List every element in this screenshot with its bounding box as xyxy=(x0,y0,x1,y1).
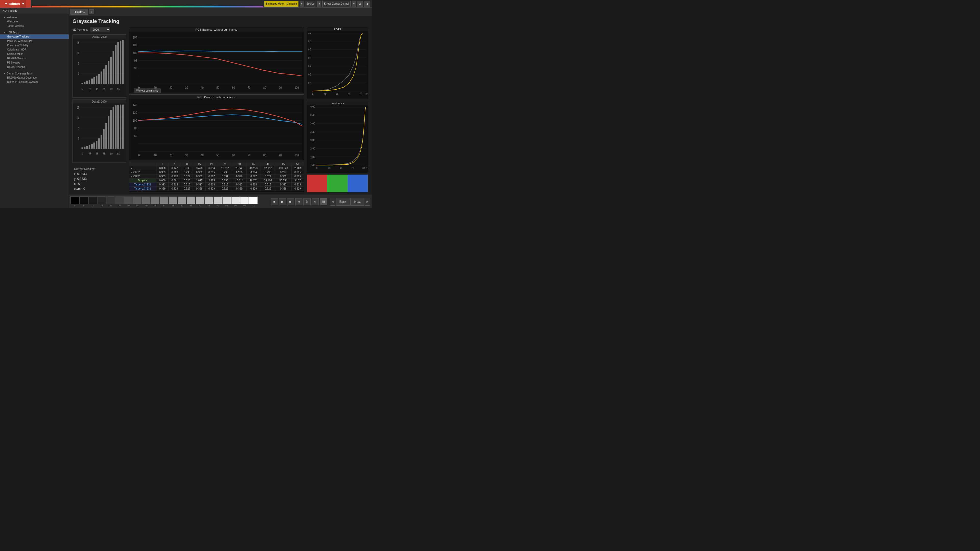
sidebar-item-bt2020-sweeps[interactable]: BT.2020 Sweeps xyxy=(0,56,68,60)
gs-box xyxy=(80,197,88,204)
sidebar-item-p3-sweeps[interactable]: P3 Sweeps xyxy=(0,60,68,65)
next-arrow[interactable]: ▶ xyxy=(365,198,370,206)
back-button[interactable]: Back xyxy=(336,198,350,206)
svg-text:100: 100 xyxy=(365,93,368,96)
gs-label: 30 xyxy=(127,204,130,207)
table-cell: 0.333 xyxy=(156,170,169,175)
logo-dropdown[interactable]: ▼ xyxy=(21,0,26,8)
grayscale-swatch[interactable]: 30 xyxy=(124,197,133,207)
simulated-label: Simulated xyxy=(286,3,297,5)
grayscale-swatch[interactable]: 5 xyxy=(80,197,88,207)
simulated-meter-group[interactable]: Simulated Meter Simulated xyxy=(264,1,299,7)
stop-button[interactable]: ■ xyxy=(271,198,278,205)
gs-label: 20 xyxy=(109,204,112,207)
grayscale-swatch[interactable]: 50 xyxy=(160,197,169,207)
svg-text:96: 96 xyxy=(134,67,137,70)
left-column: dE Formula: 2000 ITP 76 DeltaE: 2000 xyxy=(73,27,126,192)
record-button[interactable]: ○ xyxy=(312,198,319,205)
table-cell: 0.313 xyxy=(169,183,181,187)
grayscale-swatch[interactable]: 70 xyxy=(196,197,204,207)
sidebar-group-gamut[interactable]: Gamut Coverage Tests xyxy=(0,71,68,76)
data-table-container: 0 5 10 15 20 25 30 35 40 45 xyxy=(129,162,304,192)
sidebar-group-hdr-tests[interactable]: HDR Tests xyxy=(0,30,68,35)
de-formula-select[interactable]: 2000 ITP 76 xyxy=(90,27,110,32)
svg-rect-15 xyxy=(96,76,97,84)
table-cell: 0.328 xyxy=(181,179,193,183)
top-bar-gradient xyxy=(32,6,263,7)
grayscale-swatch[interactable]: 0 xyxy=(70,197,79,207)
svg-rect-52 xyxy=(105,123,107,149)
table-cell: 0.352 xyxy=(193,175,205,179)
grayscale-swatch[interactable]: 90 xyxy=(231,197,240,207)
grayscale-swatch[interactable]: 45 xyxy=(151,197,159,207)
table-cell: 0.313 xyxy=(275,183,291,187)
grayscale-swatch[interactable]: 55 xyxy=(169,197,177,207)
svg-text:40: 40 xyxy=(201,153,204,157)
without-luminance-button[interactable]: Without Luminance xyxy=(134,89,161,93)
table-cell: 0.290 xyxy=(181,170,193,175)
sidebar-item-peak-lum[interactable]: Peak Lum Stability xyxy=(0,43,68,48)
next-button[interactable]: Next xyxy=(350,198,364,206)
svg-rect-24 xyxy=(118,42,119,84)
collapse-icon[interactable]: ◀ xyxy=(364,1,370,7)
grayscale-swatch[interactable]: 95 xyxy=(240,197,249,207)
svg-text:15: 15 xyxy=(77,41,80,44)
direct-display-group[interactable]: Direct Display Control xyxy=(322,1,351,7)
table-cell: 0.329 xyxy=(218,187,232,191)
sidebar-group-welcome[interactable]: Welcome xyxy=(0,15,68,19)
swatch-blue xyxy=(348,175,368,192)
sidebar-item-bt709-sweeps[interactable]: BT.709 Sweeps xyxy=(0,65,68,69)
gs-box xyxy=(240,197,249,204)
svg-text:120: 120 xyxy=(133,111,137,114)
table-cell: 0.297 xyxy=(275,170,291,175)
table-col-35: 35 xyxy=(247,162,261,166)
grayscale-swatch[interactable]: 80 xyxy=(213,197,222,207)
sidebar-item-welcome[interactable]: Welcome xyxy=(0,19,68,24)
skip-button[interactable]: ⏭ xyxy=(287,198,294,205)
grayscale-swatch[interactable]: 85 xyxy=(222,197,231,207)
sidebar-item-uhda-p3-gamut[interactable]: UHDA-P3 Gamut Coverage xyxy=(0,80,68,84)
sidebar-item-target-options[interactable]: Target Options xyxy=(0,24,68,28)
loop-button[interactable]: ∞ xyxy=(295,198,302,205)
simulated-meter-label: Simulated Meter xyxy=(266,2,285,5)
grayscale-swatch[interactable]: 40 xyxy=(142,197,151,207)
simulated-meter-arrow[interactable]: ▼ xyxy=(300,1,304,7)
grayscale-swatch[interactable]: 15 xyxy=(97,197,106,207)
right-column: EOTF 1.0 0.9 0.7 xyxy=(307,27,368,192)
grid-button[interactable]: ▦ xyxy=(320,198,327,205)
grayscale-swatch[interactable]: 75 xyxy=(204,197,213,207)
history-add-button[interactable]: + xyxy=(89,9,94,14)
table-col-10: 10 xyxy=(181,162,193,166)
grayscale-swatch[interactable]: 10 xyxy=(88,197,97,207)
back-arrow[interactable]: ◀ xyxy=(330,198,335,206)
gs-box xyxy=(115,197,124,204)
settings-icon[interactable]: ⚙ xyxy=(357,1,363,7)
sidebar-item-peak-window[interactable]: Peak vs. Window Size xyxy=(0,39,68,43)
grayscale-swatch[interactable]: 100 xyxy=(249,197,258,207)
table-cell: 0.000 xyxy=(156,179,169,183)
rgb-chart-without-lum: RGB Balance, without Luminance 104 xyxy=(129,27,304,93)
sidebar-item-colormatch-hdr[interactable]: ColorMatch HDR xyxy=(0,48,68,52)
svg-rect-46 xyxy=(91,144,93,149)
grayscale-swatch[interactable]: 20 xyxy=(106,197,115,207)
history-tab-1[interactable]: History 1 xyxy=(70,9,88,15)
table-cell: 0.313 xyxy=(232,183,247,187)
grayscale-swatch[interactable]: 25 xyxy=(115,197,124,207)
sidebar-item-bt2020-gamut[interactable]: BT.2020 Gamut Coverage xyxy=(0,76,68,80)
cdm2-value: cd/m²: 0 xyxy=(74,186,124,191)
svg-text:95: 95 xyxy=(118,87,120,91)
grayscale-swatch[interactable]: 65 xyxy=(186,197,195,207)
source-group[interactable]: Source xyxy=(305,1,317,7)
grayscale-swatch[interactable]: 60 xyxy=(178,197,186,207)
sidebar-item-colorchecker[interactable]: ColorChecker xyxy=(0,52,68,56)
gs-box xyxy=(178,197,186,204)
direct-display-arrow[interactable]: ▼ xyxy=(352,1,356,7)
source-arrow[interactable]: ▼ xyxy=(317,1,321,7)
gs-label: 0 xyxy=(74,204,75,207)
refresh-button[interactable]: ↻ xyxy=(304,198,310,205)
main-layout: HDR Toolkit Welcome Welcome Target Optio… xyxy=(0,8,372,208)
play-button[interactable]: ▶ xyxy=(279,198,286,205)
grayscale-swatch[interactable]: 35 xyxy=(133,197,142,207)
table-cell: 1.015 xyxy=(193,179,205,183)
sidebar-item-grayscale-tracking[interactable]: Grayscale Tracking xyxy=(0,35,68,39)
